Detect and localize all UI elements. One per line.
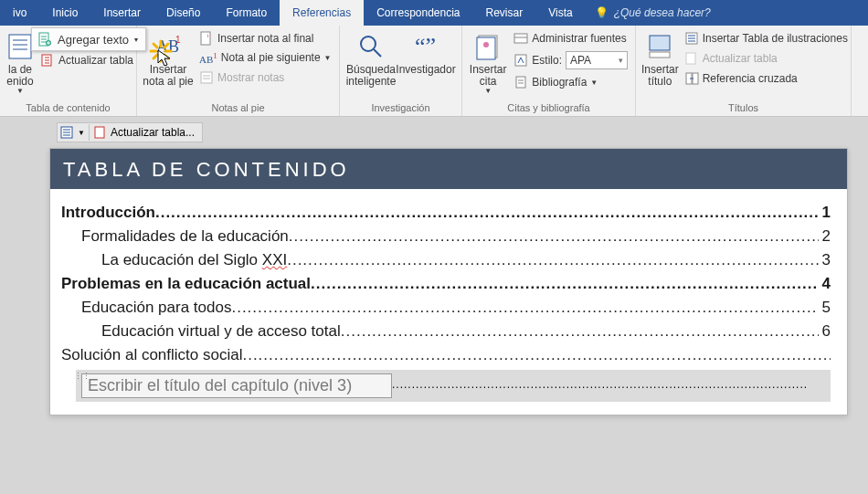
toc-leader bbox=[311, 275, 818, 293]
tab-formato[interactable]: Formato bbox=[213, 0, 280, 26]
toc-entry-page: 3 bbox=[819, 251, 831, 269]
toc-leader bbox=[392, 378, 807, 391]
citation-style-select[interactable]: APA bbox=[566, 51, 628, 69]
chevron-down-icon: ▼ bbox=[590, 79, 598, 87]
chevron-down-icon: ▼ bbox=[484, 88, 492, 96]
toc-entry-page: 6 bbox=[819, 322, 831, 341]
cross-reference-button[interactable]: Referencia cruzada bbox=[683, 69, 850, 88]
insert-footnote-button[interactable]: AB1 Insertar nota al pie bbox=[143, 27, 194, 88]
content-control-handle[interactable]: ⋮⋮ bbox=[74, 372, 90, 381]
insert-footnote-label: Insertar nota al pie bbox=[143, 64, 194, 88]
show-notes-icon bbox=[199, 70, 214, 85]
show-notes-button: Mostrar notas bbox=[197, 68, 333, 87]
add-text-icon bbox=[37, 32, 52, 47]
manage-sources-icon bbox=[513, 31, 528, 46]
citation-icon bbox=[473, 31, 503, 62]
chevron-down-icon: ▼ bbox=[78, 129, 85, 137]
svg-rect-18 bbox=[514, 34, 527, 43]
svg-text:i: i bbox=[207, 33, 208, 38]
toc-entry[interactable]: Educación virtual y de acceso total 6 bbox=[61, 322, 831, 341]
toc-button-label: la de enido bbox=[6, 64, 33, 88]
svg-rect-9 bbox=[201, 72, 212, 83]
style-label: Estilo: bbox=[532, 54, 562, 67]
insert-citation-label: Insertar cita bbox=[468, 64, 508, 88]
toc-entry-page: 4 bbox=[819, 275, 831, 293]
toc-entry[interactable]: Problemas en la educación actual 4 bbox=[61, 275, 831, 293]
svg-point-12 bbox=[361, 37, 376, 51]
smart-lookup-label: Búsqueda inteligente bbox=[345, 64, 397, 88]
group-label-toc: Tabla de contenido bbox=[5, 100, 131, 116]
update-table-field-label: Actualizar tabla... bbox=[111, 126, 195, 139]
svg-text:“”: “” bbox=[415, 33, 436, 59]
svg-rect-25 bbox=[650, 52, 670, 58]
toc-entry-page: 1 bbox=[819, 204, 831, 222]
group-label-research: Investigación bbox=[345, 100, 456, 116]
endnote-icon: i bbox=[199, 31, 214, 46]
tab-revisar[interactable]: Revisar bbox=[473, 0, 536, 26]
toc-leader bbox=[155, 204, 819, 222]
next-footnote-label: Nota al pie siguiente bbox=[221, 51, 321, 64]
toc-entry-page: 5 bbox=[819, 299, 831, 317]
refresh-icon bbox=[93, 125, 108, 140]
spelling-error: XXI bbox=[262, 251, 287, 268]
svg-rect-24 bbox=[650, 36, 670, 50]
update-toc-button[interactable]: Actualizar tabla bbox=[38, 51, 135, 69]
toc-entry[interactable]: La educación del Siglo XXI 3 bbox=[61, 251, 831, 269]
style-icon bbox=[513, 53, 528, 68]
toc-placeholder-input[interactable]: Escribir el título del capítulo (nivel 3… bbox=[81, 373, 392, 398]
tab-diseno[interactable]: Diseño bbox=[153, 0, 213, 26]
toc-entry-text: Solución al conflicto social bbox=[61, 346, 242, 364]
footnote-icon: AB1 bbox=[153, 31, 183, 62]
toc-entry-text: Introducción bbox=[61, 204, 155, 222]
tell-me-search[interactable]: 💡 ¿Qué desea hacer? bbox=[595, 0, 711, 26]
citation-style-row: Estilo: APA bbox=[512, 49, 630, 71]
tab-correspondencia[interactable]: Correspondencia bbox=[364, 0, 472, 26]
toc-leader bbox=[287, 251, 818, 269]
refresh-icon bbox=[40, 53, 55, 68]
toc-entry[interactable]: Introducción 1 bbox=[61, 204, 831, 222]
document-page[interactable]: TABLA DE CONTENIDO Introducción 1 Formal… bbox=[49, 148, 848, 415]
tab-referencias[interactable]: Referencias bbox=[280, 0, 364, 26]
smart-lookup-button[interactable]: Búsqueda inteligente bbox=[345, 27, 397, 88]
tab-insertar[interactable]: Insertar bbox=[90, 0, 153, 26]
bibliography-button[interactable]: Bibliografía ▼ bbox=[512, 73, 630, 91]
manage-sources-button[interactable]: Administrar fuentes bbox=[512, 29, 630, 47]
toc-entry-text: La educación del Siglo XXI bbox=[101, 251, 287, 269]
add-text-dropdown[interactable]: Agregar texto ▾ bbox=[31, 27, 146, 51]
tab-inicio[interactable]: Inicio bbox=[39, 0, 90, 26]
cross-ref-icon bbox=[684, 71, 699, 86]
chevron-down-icon: ▾ bbox=[134, 36, 138, 44]
group-label-footnotes: Notas al pie bbox=[143, 100, 333, 116]
toc-title: TABLA DE CONTENIDO bbox=[50, 149, 847, 189]
svg-rect-0 bbox=[9, 35, 31, 58]
update-table-field-button[interactable]: Actualizar tabla... bbox=[89, 124, 198, 141]
svg-rect-20 bbox=[515, 55, 526, 66]
update-table-figures-label: Actualizar tabla bbox=[703, 52, 778, 65]
researcher-button[interactable]: “” Investigador bbox=[400, 27, 451, 76]
svg-rect-21 bbox=[516, 77, 525, 88]
insert-caption-button[interactable]: Insertar título bbox=[641, 27, 679, 88]
toc-entry[interactable]: Educación para todos 5 bbox=[61, 299, 831, 317]
toc-field-toolbar[interactable]: ▼ Actualizar tabla... bbox=[57, 122, 203, 142]
toc-entry-text: Formalidades de la educación bbox=[81, 227, 289, 246]
insert-citation-button[interactable]: Insertar cita ▼ bbox=[468, 27, 508, 96]
toc-entry[interactable]: Solución al conflicto social bbox=[61, 346, 831, 364]
toc-leader bbox=[289, 227, 819, 246]
insert-table-figures-button[interactable]: Insertar Tabla de ilustraciones bbox=[683, 29, 850, 47]
cross-reference-label: Referencia cruzada bbox=[703, 72, 798, 85]
toc-body: Introducción 1 Formalidades de la educac… bbox=[50, 189, 847, 415]
next-footnote-button[interactable]: AB1 Nota al pie siguiente ▼ bbox=[197, 49, 333, 67]
tab-archivo[interactable]: ivo bbox=[0, 0, 39, 26]
caption-icon bbox=[645, 31, 674, 62]
refresh-icon bbox=[684, 51, 699, 66]
tab-vista[interactable]: Vista bbox=[535, 0, 585, 26]
toc-entry-text: Educación para todos bbox=[81, 299, 231, 317]
ribbon-tabs: ivo Inicio Insertar Diseño Formato Refer… bbox=[0, 0, 868, 26]
citation-style-value: APA bbox=[570, 54, 591, 67]
toc-entry[interactable]: Formalidades de la educación 2 bbox=[61, 227, 831, 246]
toc-placeholder-row[interactable]: ⋮⋮ Escribir el título del capítulo (nive… bbox=[76, 370, 831, 402]
tell-me-placeholder: ¿Qué desea hacer? bbox=[614, 6, 711, 19]
show-notes-label: Mostrar notas bbox=[217, 71, 284, 84]
svg-line-13 bbox=[374, 49, 381, 57]
insert-endnote-button[interactable]: i Insertar nota al final bbox=[197, 29, 333, 47]
